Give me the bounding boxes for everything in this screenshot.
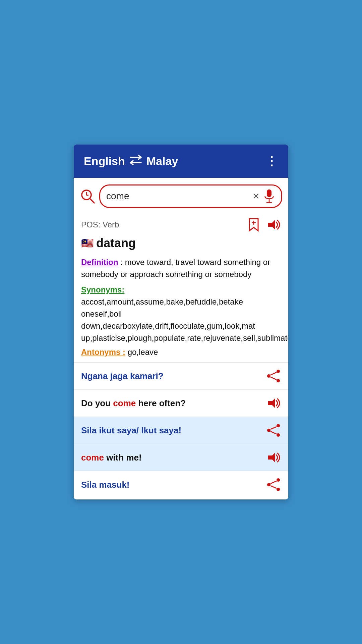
svg-point-16 (277, 424, 280, 427)
flag-icon: 🇲🇾 (81, 237, 94, 249)
target-language[interactable]: Malay (146, 155, 178, 168)
definition-block: Definition : move toward, travel toward … (81, 256, 281, 280)
example-row-2-english: come with me! (74, 444, 288, 471)
antonyms-text: go,leave (125, 347, 158, 357)
volume-icon-1[interactable] (266, 396, 281, 411)
result-content: POS: Verb 🇲🇾 datan (74, 212, 288, 357)
share-icon-2[interactable] (266, 423, 281, 438)
malay-phrase-1: Ngana jaga kamari? (81, 371, 164, 381)
header: English Malay ⋮ (74, 145, 288, 178)
pos-row: POS: Verb (81, 217, 281, 232)
search-box: ✕ (99, 184, 282, 208)
english-phrase-2: come with me! (81, 452, 142, 463)
share-icon-1[interactable] (266, 369, 281, 383)
synonyms-text: accost,amount,assume,bake,befuddle,betak… (81, 297, 288, 342)
svg-line-19 (270, 427, 277, 429)
svg-line-3 (90, 199, 94, 203)
example-row-1-malay: Ngana jaga kamari? (74, 362, 288, 389)
volume-icon-2[interactable] (266, 450, 281, 465)
svg-line-26 (270, 486, 277, 488)
svg-marker-15 (268, 398, 275, 408)
svg-point-23 (277, 488, 280, 491)
example-row-2-malay: Sila ikut saya/ Ikut saya! (74, 417, 288, 444)
source-language[interactable]: English (84, 155, 125, 168)
bookmark-icon[interactable] (247, 217, 260, 232)
app-card: English Malay ⋮ ✕ (74, 145, 288, 499)
search-input[interactable] (106, 191, 249, 202)
pos-label: POS: Verb (81, 220, 119, 229)
svg-point-24 (267, 483, 270, 486)
svg-point-18 (267, 429, 270, 432)
definition-label: Definition (81, 258, 118, 267)
svg-marker-9 (268, 220, 275, 229)
search-area: ✕ (74, 178, 288, 212)
volume-icon[interactable] (266, 218, 281, 231)
microphone-icon[interactable] (263, 189, 275, 204)
history-search-icon (80, 188, 96, 204)
svg-line-20 (270, 431, 277, 434)
svg-line-14 (270, 377, 277, 380)
svg-point-22 (277, 478, 280, 482)
synonyms-block: Synonyms: accost,amount,assume,bake,befu… (81, 284, 281, 344)
example-row-3-malay: Sila masuk! (74, 471, 288, 499)
share-icon-3[interactable] (266, 477, 281, 492)
svg-point-17 (277, 433, 280, 437)
translation-word: 🇲🇾 datang (81, 236, 281, 250)
antonyms-label: Antonyms : (81, 347, 125, 357)
svg-rect-4 (267, 190, 272, 197)
translated-word: datang (96, 236, 136, 250)
synonyms-label: Synonyms: (81, 285, 124, 294)
svg-marker-21 (268, 453, 275, 462)
pos-actions (247, 217, 281, 232)
malay-phrase-3: Sila masuk! (81, 480, 130, 490)
menu-icon[interactable]: ⋮ (265, 154, 278, 168)
svg-point-11 (277, 379, 280, 382)
english-phrase-1: Do you come here often? (81, 398, 186, 409)
clear-button[interactable]: ✕ (252, 191, 260, 202)
svg-line-13 (270, 372, 277, 375)
svg-line-25 (270, 481, 277, 484)
antonyms-block: Antonyms : go,leave (81, 347, 281, 357)
svg-point-12 (267, 374, 270, 378)
swap-language-icon[interactable] (128, 154, 143, 168)
example-row-1-english: Do you come here often? (74, 389, 288, 417)
malay-phrase-2: Sila ikut saya/ Ikut saya! (81, 425, 181, 436)
svg-point-10 (277, 370, 280, 373)
